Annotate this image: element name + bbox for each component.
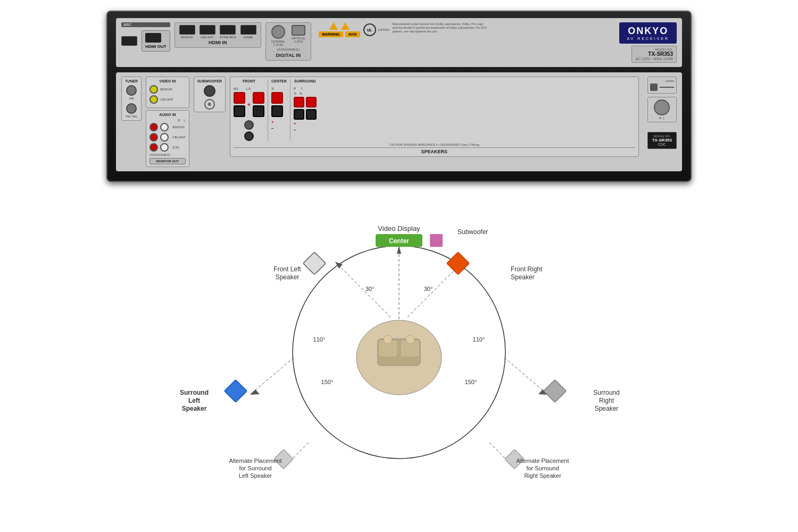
hdmi-cblsat-label: CBL/SAT — [201, 36, 214, 39]
subwoofer-group: SUBWOOFER ⑥ — [194, 77, 226, 112]
audio-cblsat-r — [149, 133, 158, 142]
video-cblsat-label: CBL/SAT — [160, 98, 173, 101]
audio-cd-label: (CD) — [172, 146, 179, 149]
surround-rl-labels: R L — [294, 87, 317, 90]
rl-label: R L — [149, 119, 186, 122]
warning-section: WARNING AVIS UL LISTED Manufactured unde… — [315, 22, 616, 37]
ul-section: UL LISTED — [363, 22, 389, 37]
brand-section: ONKYO AV RECEIVER MODEL NO. TX-SR353 AC … — [619, 22, 677, 63]
warning-triangles — [329, 22, 350, 30]
receiver-body: ARC HDMI OUT BD/DVD — [106, 11, 692, 182]
right-panel: 12mm R L MADE IN CHINA SERIAL NO. TX-SR3… — [647, 77, 677, 149]
warning-icons: WARNING AVIS — [319, 22, 360, 37]
hdmi-out-box: HDMI OUT — [142, 30, 170, 52]
hdmi-port-cblsat — [200, 25, 215, 35]
compliance-text: Manufactured under license from Dolby La… — [393, 22, 488, 37]
ul-info: LISTED — [378, 28, 389, 31]
digital-ports-row: COAXIAL1 (CD) OPTICAL1 (TV) — [271, 25, 305, 46]
optical-port: OPTICAL1 (TV) — [292, 25, 305, 43]
fm-port — [126, 103, 137, 114]
front-rl-labels: R① L② — [234, 87, 264, 90]
video-bddvd-row: BD/DVD — [149, 85, 186, 94]
surround-l-num: ④ — [300, 92, 302, 95]
hdmi-bddvd: BD/DVD — [179, 25, 195, 39]
hdmi-out-label: HDMI OUT — [145, 44, 167, 49]
hdmi-strmbox: STRM BOX — [220, 25, 236, 39]
warning-triangle-1 — [329, 22, 338, 30]
front-l-col — [253, 92, 264, 117]
center-plus: + — [271, 120, 287, 124]
center-label: CENTER — [271, 79, 287, 83]
center-terminals — [271, 92, 287, 117]
surround-l-col — [306, 97, 317, 120]
arc-hdmi-port — [121, 36, 137, 46]
surround-r-neg — [294, 109, 304, 120]
audio-assignable: (ASSIGNABLE) — [149, 153, 186, 156]
hdmi-in-ports-row: BD/DVD CBL/SAT STRM BOX GAME — [179, 25, 256, 39]
front-l-pos — [253, 92, 264, 104]
listed-label: LISTED — [378, 28, 389, 31]
surround-group: SURROUND R L ⑤ ④ — [290, 79, 317, 141]
serial-box: SERIAL NO. TX-SR353 CDC — [647, 132, 677, 149]
front-l-neg — [253, 105, 264, 117]
digital-in-section: COAXIAL1 (CD) OPTICAL1 (TV) (ASSIGNABLE)… — [265, 22, 311, 61]
ul-logo: UL — [363, 23, 376, 36]
surround-r-label: R — [294, 87, 296, 90]
monitor-out: MONITOR OUT — [149, 158, 186, 164]
hdmi-out-port — [145, 33, 161, 43]
hdmi-cblsat: CBL/SAT — [200, 25, 215, 39]
front-left-label-2: Speaker — [276, 273, 300, 281]
receiver-section: ARC HDMI OUT BD/DVD — [106, 11, 692, 182]
arc-label: ARC — [121, 22, 170, 27]
front-r-label: R① — [234, 87, 238, 90]
front-group: FRONT R① L② + — [234, 79, 264, 141]
audio-cd-r — [149, 143, 158, 152]
surround-left-label-3: Speaker — [182, 405, 207, 412]
center-button-text: Center — [389, 237, 409, 245]
alt-left-label-2: for Surround — [239, 465, 271, 471]
av-receiver-text: AV RECEIVER — [627, 37, 669, 40]
front-r-col — [234, 92, 245, 117]
speaker-diagram-label: R L — [659, 117, 664, 120]
alt-right-label-3: Right Speaker — [524, 472, 561, 479]
mm-label: 12mm — [650, 79, 674, 82]
power-info: AC 120V~ 60Hz 210W — [635, 57, 673, 61]
front-l-label: L② — [246, 87, 250, 90]
audio-in-group: AUDIO IN R L BD/DVD CBL/SAT — [146, 110, 189, 167]
fm-label: FM 75Ω — [126, 115, 137, 118]
hdmi-game-label: GAME — [244, 36, 253, 39]
mount-diagram: 12mm — [647, 77, 677, 94]
optical-label: OPTICAL1 (TV) — [292, 37, 305, 43]
hdmi-bddvd-label: BD/DVD — [181, 36, 193, 39]
line-front-left — [335, 262, 390, 317]
fm-connector: FM 75Ω — [125, 103, 138, 118]
front-r-neg — [234, 105, 245, 117]
placement-svg: 30° 30° 110° 110° 150° 150° Video Displa… — [106, 193, 692, 491]
tuner-label: TUNER — [125, 79, 138, 83]
serial-model: TX-SR353 — [652, 138, 672, 143]
hdmi-game: GAME — [240, 25, 256, 39]
hdmi-port-game — [240, 25, 256, 35]
alt-left-label-3: Left Speaker — [239, 472, 272, 479]
avis-label: AVIS — [345, 31, 360, 37]
audio-in-label: AUDIO IN — [149, 113, 186, 117]
sub-number: ⑥ — [204, 99, 215, 110]
video-display-text: Video Display — [378, 225, 420, 232]
video-bddvd-label: BD/DVD — [160, 88, 172, 91]
subwoofer-label: SUBWOOFER — [197, 79, 222, 83]
coaxial-port: COAXIAL1 (CD) — [271, 25, 285, 46]
am-port — [126, 85, 137, 96]
warning-label: WARNING — [319, 31, 343, 37]
center-pos — [271, 92, 283, 104]
surround-right-label-2: Right — [599, 397, 614, 404]
diagram-section: 30° 30° 110° 110° 150° 150° Video Displa… — [106, 193, 692, 491]
alt-right-label-1: Alternate Placement — [516, 458, 569, 464]
surround-left-label-2: Left — [188, 397, 200, 404]
front-r-pos — [234, 92, 245, 104]
audio-cblsat-label: CBL/SAT — [172, 136, 186, 139]
subwoofer-box — [430, 234, 443, 247]
line-surround-right — [504, 358, 548, 395]
sub-port-col — [234, 120, 264, 141]
caution-text: CAUTION SPEAKER IMPEDANCE 6~16Ω/SPEAKER … — [234, 143, 635, 146]
onkyo-name: ONKYO — [627, 26, 669, 37]
